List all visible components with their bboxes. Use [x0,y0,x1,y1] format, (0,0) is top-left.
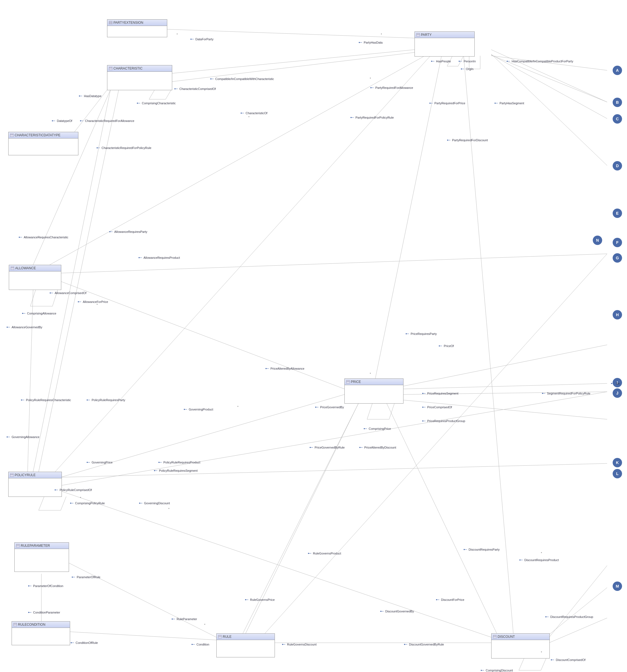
table-icon [109,67,112,70]
svg-point-124 [611,383,612,384]
rel-discountRequiresProductGroup: DiscountRequiresProductGroup [545,615,593,619]
svg-point-82 [52,120,53,121]
entity-characteristicdatatype[interactable]: CHARACTERISTICDATATYPE [8,132,78,155]
rel-priceRequiresProductGroup: PriceRequiresProductGroup [422,419,465,423]
svg-point-166 [191,644,193,645]
rel-priceRequiresSegment: PriceRequiresSegment [422,392,458,395]
svg-point-130 [364,428,365,429]
rel-comprisingPolicyRule: ComprisingPolicyRule [70,502,105,505]
entity-title: POLICYRULE [15,473,36,477]
rel-policyRuleRequiresProduct: PolicyRuleRequiresProduct [158,461,200,464]
rel-hasPeople: HasPeople [431,59,451,63]
rel-compatibleWithCharacteristic: Compatible/InCompatibleWithCharacteristi… [210,77,274,80]
rel-se: Se [610,382,620,385]
svg-point-102 [109,231,110,232]
svg-point-84 [80,120,81,121]
svg-point-96 [494,103,496,104]
rel-characteristicOf: CharacteristicOf [240,112,268,115]
entity-allowance[interactable]: ALLOWANCE [9,265,61,290]
svg-rect-45 [10,134,14,137]
svg-point-190 [481,670,482,671]
svg-point-66 [431,61,432,62]
rel-datatypeOf: DatatypeOf [51,119,72,122]
rel-governingProduct: GoverningProduct [183,408,213,411]
svg-line-22 [61,394,344,477]
svg-point-164 [71,642,72,643]
svg-point-186 [404,644,405,645]
svg-point-184 [545,616,547,617]
svg-rect-59 [493,635,496,638]
rel-comprisingDiscount: ComprisingDiscount [480,669,513,672]
entity-ruleparameter[interactable]: RULEPARAMETER [14,542,69,572]
svg-rect-43 [109,67,112,70]
entity-policyrule[interactable]: POLICYRULE [8,472,62,497]
svg-rect-53 [16,544,20,547]
anchor-M: M [613,581,622,591]
svg-line-17 [28,289,33,472]
svg-point-138 [21,400,22,401]
svg-point-86 [97,147,98,148]
entity-party[interactable]: PARTY [415,31,475,56]
rel-personIn: PersonIn [458,59,476,63]
rel-policyRuleRequiresCharacteristic: PolicyRuleRequiresCharacteristic [20,398,71,402]
entity-characteristic[interactable]: CHARACTERISTIC [107,65,172,90]
svg-point-142 [184,409,185,410]
svg-point-178 [519,559,520,560]
svg-point-148 [158,462,160,463]
svg-point-146 [87,462,88,463]
entity-title: PRICE [351,380,361,384]
rel-discountRequiresParty: DiscountRequiresParty [463,548,500,551]
connector-lines [0,0,627,672]
svg-line-1 [491,56,607,70]
svg-point-80 [79,95,80,97]
rel-characteristicRequiredForAllowance: CharacteristicRequiredForAllowance [79,119,134,122]
anchor-A: A [613,66,622,75]
svg-point-180 [436,599,437,600]
entity-title: RULE [223,635,232,639]
rel-comprisingCharacteristic: ComprisingCharacteristic [136,101,176,105]
svg-point-162 [28,612,29,613]
anchor-G: G [613,253,622,263]
rel-conditionOfRule: ConditionOfRule [70,641,98,644]
rel-discountComprisedOf: DiscountComprisedOf [550,658,586,662]
svg-line-37 [549,587,607,634]
svg-point-172 [245,599,246,600]
svg-point-188 [551,659,552,661]
rel-characteristicRequiredForPolicyRule: CharacteristicRequiredForPolicyRule [96,146,151,149]
svg-point-152 [55,489,56,490]
rel-governingPrice: GoverningPrice [86,461,113,464]
svg-rect-47 [11,266,14,270]
svg-point-110 [22,313,23,314]
svg-line-27 [61,491,491,637]
anchor-D: D [613,161,622,170]
anchor-F: F [613,238,622,247]
svg-rect-41 [416,33,420,37]
svg-point-118 [265,368,266,369]
rel-segmentRequiredForPolicyRule: SegmentRequiredForPolicyRule [541,392,590,395]
entity-partyextension[interactable]: PARTYEXTENSION [107,19,167,37]
svg-point-174 [282,644,283,645]
entity-price[interactable]: PRICE [344,379,403,404]
svg-line-4 [491,54,607,166]
svg-point-132 [422,421,423,422]
entity-discount[interactable]: DISCOUNT [491,633,550,658]
rel-allowanceRequiresCharacteristic: AllowanceRequiresCharacteristic [18,236,68,239]
entity-title: PARTYEXTENSION [113,21,143,25]
svg-line-14 [491,50,607,102]
svg-line-15 [61,281,344,389]
svg-point-90 [370,87,371,88]
svg-point-64 [359,42,360,43]
rel-priceAlteredByAllowance: PriceAlteredByAllowance [265,367,304,370]
table-icon [346,380,350,383]
svg-point-176 [464,549,465,550]
rel-allowanceComprisedOf: AllowanceComprisedOf [49,291,86,295]
rel-orgIn: OrgIn [460,67,473,71]
svg-rect-49 [346,380,350,383]
svg-point-70 [461,68,462,70]
anchor-J: J [613,388,622,398]
svg-line-0 [167,29,415,38]
entity-rule[interactable]: RULE [216,633,275,657]
rel-allowanceRequiresParty: AllowanceRequiresParty [109,230,147,233]
entity-rulecondition[interactable]: RULECONDITION [11,621,70,645]
svg-point-92 [350,117,352,118]
